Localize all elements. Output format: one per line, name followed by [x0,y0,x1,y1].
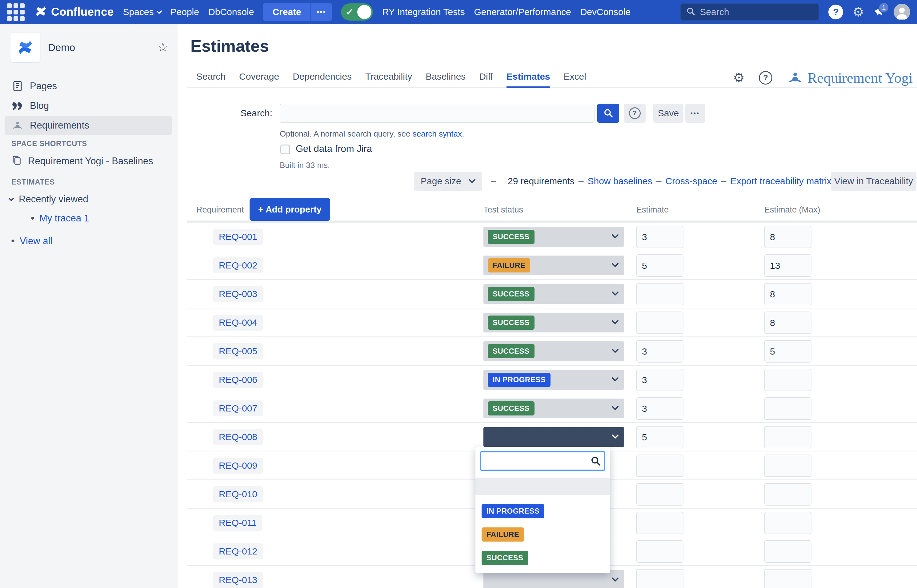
sidebar-item-pages[interactable]: Pages [5,77,172,95]
search-submit-button[interactable] [597,103,619,123]
requirement-link[interactable]: REQ-012 [219,546,257,556]
tab-search[interactable]: Search [196,67,225,87]
recently-viewed-toggle[interactable]: Recently viewed [9,194,88,205]
test-status-select[interactable]: SUCCESS [483,399,624,418]
save-button[interactable]: Save [653,103,684,123]
estimate-max-input[interactable] [765,512,812,534]
nav-generator-performance[interactable]: Generator/Performance [474,7,571,17]
link-export-traceability-matrix[interactable]: Export traceability matrix [730,176,831,186]
requirement-link[interactable]: REQ-005 [219,346,257,356]
test-status-select[interactable]: SUCCESS [483,227,624,247]
tab-diff[interactable]: Diff [479,67,493,87]
estimate-input[interactable] [637,340,684,363]
estimate-max-input[interactable] [765,254,812,277]
requirement-link[interactable]: REQ-009 [219,460,257,470]
tab-baselines[interactable]: Baselines [426,67,466,87]
test-status-select[interactable]: IN PROGRESS [483,370,624,389]
estimate-input[interactable] [637,283,684,305]
status-option-success[interactable]: SUCCESS [475,541,610,565]
page-size-dropdown[interactable]: Page size [414,171,482,191]
get-data-from-jira-checkbox[interactable] [280,145,290,154]
test-status-select[interactable] [483,427,624,447]
requirement-link[interactable]: REQ-013 [219,575,257,585]
sidebar-item-blog[interactable]: Blog [5,96,172,115]
add-property-button[interactable]: + Add property [250,198,330,221]
settings-gear-icon[interactable]: ⚙ [733,71,745,84]
estimate-input[interactable] [637,426,684,448]
tab-coverage[interactable]: Coverage [239,67,279,87]
nav-ry-integration-tests[interactable]: RY Integration Tests [382,7,465,17]
requirement-link[interactable]: REQ-001 [219,231,257,242]
estimate-max-input[interactable] [765,540,812,563]
estimate-max-input[interactable] [765,569,812,588]
app-switcher-icon[interactable] [7,3,24,21]
tab-excel[interactable]: Excel [564,67,586,87]
estimate-max-input[interactable] [765,369,812,391]
estimate-input[interactable] [637,226,684,248]
view-all-link[interactable]: View all [20,236,52,247]
test-status-select[interactable]: FAILURE [483,255,624,275]
query-input[interactable] [280,103,595,123]
space-logo[interactable] [10,32,40,62]
star-icon[interactable]: ☆ [157,40,168,54]
estimate-input[interactable] [637,312,684,334]
estimate-input[interactable] [637,369,684,391]
test-status-select[interactable]: SUCCESS [483,341,624,361]
requirement-link[interactable]: REQ-006 [219,375,257,385]
estimate-max-input[interactable] [765,426,812,448]
create-more-button[interactable]: ••• [311,3,332,21]
requirement-link[interactable]: REQ-011 [219,518,257,528]
status-option-failure[interactable]: FAILURE [475,518,610,541]
search-help-button[interactable]: ? [624,103,646,123]
status-option-empty[interactable] [475,478,610,495]
create-button[interactable]: Create [263,3,310,21]
estimate-max-input[interactable] [765,340,812,363]
recent-link-my-tracea-1[interactable]: My tracea 1 [39,213,89,224]
confluence-logo[interactable]: Confluence [34,4,113,20]
requirement-link[interactable]: REQ-004 [219,317,257,328]
sidebar-item-requirement-yogi-baselines[interactable]: Requirement Yogi - Baselines [0,152,178,171]
status-option-in-progress[interactable]: IN PROGRESS [475,495,610,518]
requirement-link[interactable]: REQ-002 [219,260,257,270]
estimate-input[interactable] [637,397,684,420]
estimate-input[interactable] [637,254,684,277]
requirement-link[interactable]: REQ-008 [219,432,257,442]
test-status-select[interactable]: SUCCESS [483,284,624,304]
more-options-button[interactable]: ••• [685,103,705,123]
estimate-input[interactable] [637,540,684,563]
user-avatar[interactable] [894,4,910,20]
requirement-link[interactable]: REQ-010 [219,489,257,499]
tab-dependencies[interactable]: Dependencies [293,67,352,87]
global-search[interactable] [680,3,819,21]
test-status-select[interactable]: SUCCESS [483,313,624,333]
settings-button[interactable]: ⚙ [852,5,864,18]
nav-dbconsole[interactable]: DbConsole [208,7,254,17]
sidebar-item-requirements[interactable]: Requirements [5,116,172,135]
estimate-max-input[interactable] [765,397,812,420]
status-filter-input[interactable] [480,451,605,471]
estimate-input[interactable] [637,569,684,588]
estimate-max-input[interactable] [765,226,812,248]
nav-devconsole[interactable]: DevConsole [580,7,630,17]
estimate-input[interactable] [637,483,684,506]
help-button[interactable]: ? [828,5,843,19]
nav-people[interactable]: People [170,7,199,17]
estimate-input[interactable] [637,454,684,477]
estimate-max-input[interactable] [765,483,812,506]
view-in-traceability-button[interactable]: View in Traceability [831,171,916,191]
help-icon[interactable]: ? [759,71,772,84]
announcements-button[interactable]: 1 [873,6,885,18]
requirement-link[interactable]: REQ-003 [219,289,257,299]
estimate-max-input[interactable] [765,454,812,477]
estimate-input[interactable] [637,512,684,534]
estimate-max-input[interactable] [765,312,812,334]
feature-toggle[interactable]: ✓ [341,3,373,21]
estimate-max-input[interactable] [765,283,812,305]
tab-estimates[interactable]: Estimates [507,67,550,87]
search-syntax-link[interactable]: search syntax [413,129,462,138]
requirement-link[interactable]: REQ-007 [219,403,257,414]
nav-spaces[interactable]: Spaces [123,7,161,17]
link-cross-space[interactable]: Cross-space [665,176,717,186]
link-show-baselines[interactable]: Show baselines [587,176,652,186]
global-search-input[interactable] [700,7,813,17]
